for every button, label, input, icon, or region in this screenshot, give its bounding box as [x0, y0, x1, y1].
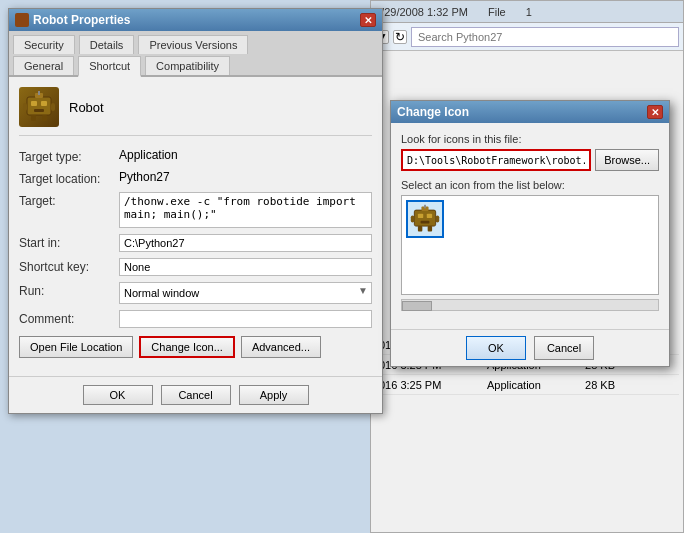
- target-location-row: Target location: Python27: [19, 170, 372, 186]
- target-type-row: Target type: Application: [19, 148, 372, 164]
- row3-type: Application: [487, 379, 567, 391]
- ci-look-label: Look for icons in this file:: [401, 133, 659, 145]
- dialog-title: Robot Properties: [33, 13, 130, 27]
- explorer-row: 016 3:25 PM Application 28 KB: [375, 375, 679, 395]
- svg-rect-5: [38, 91, 40, 95]
- svg-rect-12: [427, 214, 432, 218]
- row3-size: 28 KB: [575, 379, 615, 391]
- start-in-label: Start in:: [19, 234, 119, 250]
- robot-icon-svg: [21, 89, 57, 125]
- ok-button[interactable]: OK: [83, 385, 153, 405]
- svg-rect-10: [414, 210, 435, 226]
- explorer-topbar: 2/29/2008 1:32 PM File 1: [371, 1, 683, 23]
- run-select[interactable]: Normal window: [119, 282, 372, 304]
- titlebar-icon: [15, 13, 29, 27]
- ci-cancel-button[interactable]: Cancel: [534, 336, 594, 360]
- target-row: Target:: [19, 192, 372, 228]
- ci-file-input[interactable]: [401, 149, 591, 171]
- target-label: Target:: [19, 192, 119, 208]
- svg-rect-13: [421, 221, 430, 224]
- comment-input[interactable]: [119, 310, 372, 328]
- explorer-number: 1: [526, 6, 532, 18]
- svg-rect-1: [31, 101, 37, 106]
- tabs-row-1: Security Details Previous Versions: [9, 31, 382, 54]
- comment-row: Comment:: [19, 310, 372, 328]
- open-file-location-button[interactable]: Open File Location: [19, 336, 133, 358]
- ci-content: Look for icons in this file: Browse... S…: [391, 123, 669, 329]
- titlebar-title-group: Robot Properties: [15, 13, 130, 27]
- ci-ok-button[interactable]: OK: [466, 336, 526, 360]
- ci-selected-icon[interactable]: [406, 200, 444, 238]
- explorer-search-bar: ▼ ↻: [371, 23, 683, 51]
- target-location-label: Target location:: [19, 170, 119, 186]
- run-row: Run: Normal window ▼: [19, 282, 372, 304]
- start-in-input[interactable]: [119, 234, 372, 252]
- refresh-icon[interactable]: ↻: [393, 30, 407, 44]
- ci-select-label: Select an icon from the list below:: [401, 179, 659, 191]
- svg-rect-0: [27, 97, 51, 115]
- start-in-row: Start in:: [19, 234, 372, 252]
- target-location-value: Python27: [119, 170, 372, 184]
- tab-general[interactable]: General: [13, 56, 74, 75]
- app-icon: [19, 87, 59, 127]
- ci-scrollbar-thumb[interactable]: [402, 301, 432, 311]
- svg-rect-19: [428, 226, 432, 231]
- svg-rect-2: [41, 101, 47, 106]
- bottom-buttons: Open File Location Change Icon... Advanc…: [19, 336, 372, 358]
- ci-title: Change Icon: [397, 105, 469, 119]
- svg-rect-18: [418, 226, 422, 231]
- svg-rect-9: [42, 115, 47, 121]
- ci-footer: OK Cancel: [391, 329, 669, 366]
- change-icon-dialog: Change Icon ✕ Look for icons in this fil…: [390, 100, 670, 367]
- advanced-button[interactable]: Advanced...: [241, 336, 321, 358]
- ci-icons-area[interactable]: [401, 195, 659, 295]
- ci-file-row: Browse...: [401, 149, 659, 171]
- target-type-value: Application: [119, 148, 372, 162]
- app-name: Robot: [69, 100, 104, 115]
- tabs-row-2: General Shortcut Compatibility: [9, 54, 382, 77]
- robot-props-footer: OK Cancel Apply: [9, 376, 382, 413]
- row3-date: 016 3:25 PM: [379, 379, 479, 391]
- ci-close-button[interactable]: ✕: [647, 105, 663, 119]
- tab-previous-versions[interactable]: Previous Versions: [138, 35, 248, 54]
- shortcut-key-input[interactable]: [119, 258, 372, 276]
- tab-compatibility[interactable]: Compatibility: [145, 56, 230, 75]
- run-select-wrapper: Normal window ▼: [119, 282, 372, 304]
- robot-props-titlebar: Robot Properties ✕: [9, 9, 382, 31]
- comment-label: Comment:: [19, 310, 119, 326]
- shortcut-key-label: Shortcut key:: [19, 258, 119, 274]
- close-button[interactable]: ✕: [360, 13, 376, 27]
- svg-rect-8: [31, 115, 36, 121]
- shortcut-key-row: Shortcut key:: [19, 258, 372, 276]
- svg-rect-15: [424, 205, 426, 209]
- svg-rect-3: [34, 109, 44, 112]
- svg-rect-6: [23, 103, 27, 111]
- explorer-type: File: [488, 6, 506, 18]
- svg-rect-17: [436, 215, 440, 222]
- tab-shortcut[interactable]: Shortcut: [78, 56, 141, 77]
- ci-browse-button[interactable]: Browse...: [595, 149, 659, 171]
- tab-security[interactable]: Security: [13, 35, 75, 54]
- apply-button[interactable]: Apply: [239, 385, 309, 405]
- ci-horizontal-scrollbar[interactable]: [401, 299, 659, 311]
- tab-details[interactable]: Details: [79, 35, 135, 54]
- explorer-date: 2/29/2008 1:32 PM: [375, 6, 468, 18]
- ci-titlebar: Change Icon ✕: [391, 101, 669, 123]
- cancel-button[interactable]: Cancel: [161, 385, 231, 405]
- svg-rect-7: [51, 103, 55, 111]
- robot-properties-dialog: Robot Properties ✕ Security Details Prev…: [8, 8, 383, 414]
- svg-rect-11: [418, 214, 423, 218]
- props-content: Robot Target type: Application Target lo…: [9, 77, 382, 376]
- ci-robot-icon: [409, 203, 441, 235]
- app-header: Robot: [19, 87, 372, 136]
- run-label: Run:: [19, 282, 119, 298]
- change-icon-button[interactable]: Change Icon...: [139, 336, 235, 358]
- target-input[interactable]: [119, 192, 372, 228]
- search-input[interactable]: [411, 27, 679, 47]
- svg-rect-16: [411, 215, 415, 222]
- target-type-label: Target type:: [19, 148, 119, 164]
